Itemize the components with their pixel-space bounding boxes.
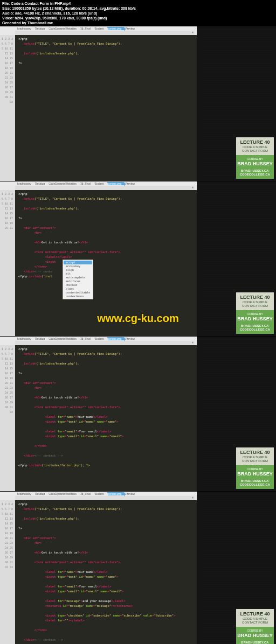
breadcrumb[interactable]: bradhussey Desktop CodeDynamicWebsites 2… [15, 492, 197, 496]
breadcrumb-item[interactable]: Desktop [34, 492, 47, 495]
breadcrumb-item[interactable]: CodeDynamicWebsites [47, 337, 79, 340]
close-icon[interactable]: × [191, 31, 194, 34]
breadcrumb-item[interactable]: 26_Final [79, 27, 93, 30]
breadcrumb-item[interactable]: bradhussey [16, 337, 34, 340]
code-area[interactable]: <?php define("TITLE", "Contact Us | Fran… [15, 345, 197, 491]
breadcrumb-item[interactable]: CodeDynamicWebsites [47, 182, 79, 185]
meta-audio: Audio: aac, 44100 Hz, 2 channels, s16, 1… [2, 11, 274, 16]
author-url: BRADHUSSEY.CA [237, 479, 273, 483]
lecture-number: LECTURE 40 [237, 139, 273, 145]
breadcrumb-item[interactable]: Preview [124, 182, 137, 185]
thumbnail-frame-1: bradhussey Desktop CodeDynamicWebsites 2… [0, 26, 276, 181]
breadcrumb[interactable]: bradhussey Desktop CodeDynamicWebsites 2… [15, 26, 197, 31]
course-badge: LECTURE 40 CODE A SIMPLE CONTACT FORM CO… [236, 447, 274, 489]
breadcrumb-item[interactable]: bradhussey [16, 182, 34, 185]
thumbnail-frame-3: bradhussey Desktop CodeDynamicWebsites 2… [0, 337, 276, 492]
breadcrumb-item[interactable]: Student [93, 337, 106, 340]
meta-size: Size: 190001359 bytes (10.12 MiB), durat… [2, 6, 274, 11]
code-editor[interactable]: 1 2 3 4 5 6 7 8 9 10 11 12 13 14 15 16 1… [0, 345, 197, 491]
lecture-subtitle: CODE A SIMPLE CONTACT FORM [237, 300, 273, 308]
breadcrumb-item[interactable]: CodeDynamicWebsites [47, 492, 79, 495]
code-area[interactable]: <?php define("TITLE", "Contact Us | Fran… [15, 500, 197, 644]
breadcrumb-item-active[interactable]: contact.php [107, 337, 125, 340]
author-url: BRADHUSSEY.CA [237, 641, 273, 644]
breadcrumb-item[interactable]: Desktop [34, 182, 47, 185]
breadcrumb-item[interactable]: Student [93, 27, 106, 30]
breadcrumb-item[interactable]: CodeDynamicWebsites [47, 27, 79, 30]
autocomplete-item[interactable]: contenteditable [64, 291, 92, 295]
author-name: BRAD HUSSEY [237, 161, 273, 167]
editor-topbar: bradhussey Desktop CodeDynamicWebsites 2… [0, 337, 197, 345]
autocomplete-item[interactable]: autocomplete [64, 276, 92, 279]
code-editor[interactable]: 1 2 3 4 5 6 7 8 9 10 11 12 13 14 15 16 1… [0, 500, 197, 644]
breadcrumb-item[interactable]: Desktop [34, 337, 47, 340]
breadcrumb-item[interactable]: Preview [124, 337, 137, 340]
lecture-number: LECTURE 40 [237, 450, 273, 456]
breadcrumb[interactable]: bradhussey Desktop CodeDynamicWebsites 2… [15, 181, 197, 186]
editor-tabs[interactable]: × [15, 186, 195, 190]
lecture-number: LECTURE 40 [237, 295, 273, 300]
author-name: BRAD HUSSEY [237, 316, 273, 323]
breadcrumb-item[interactable]: Student [93, 492, 106, 495]
author-url: CODECOLLEGE.CA [237, 173, 273, 177]
line-gutter: 1 2 3 4 5 6 7 8 9 10 11 12 13 14 15 16 1… [0, 35, 15, 181]
breadcrumb-item-active[interactable]: contact.php [107, 492, 125, 495]
watermark: www.cg-ku.com [97, 312, 179, 325]
meta-video: Video: h264, yuv420p, 960x368, 170 kb/s,… [2, 16, 274, 20]
line-gutter: 1 2 3 4 5 6 7 8 9 10 11 12 13 14 15 16 1… [0, 345, 15, 491]
breadcrumb-item-active[interactable]: contact.php [107, 27, 125, 30]
autocomplete-item[interactable]: accesskey [64, 264, 92, 268]
course-badge: LECTURE 40 CODE A SIMPLE CONTACT FORM CO… [236, 609, 274, 644]
video-metadata: File: Code a Contact Form in PHP.mp4 Siz… [0, 0, 276, 26]
close-icon[interactable]: × [191, 341, 194, 344]
course-badge: LECTURE 40 CODE A SIMPLE CONTACT FORM CO… [236, 292, 274, 334]
breadcrumb-item[interactable]: 26_Final [79, 182, 93, 185]
author-url: BRADHUSSEY.CA [237, 169, 273, 173]
autocomplete-item[interactable]: contextmenu [64, 295, 92, 298]
editor-tabs[interactable]: × [15, 496, 195, 500]
autocomplete-item[interactable]: checked [64, 283, 92, 287]
breadcrumb-item[interactable]: bradhussey [16, 492, 34, 495]
editor-topbar: bradhussey Desktop CodeDynamicWebsites 2… [0, 181, 197, 190]
breadcrumb-item[interactable]: 26_Final [79, 492, 93, 495]
lecture-subtitle: CODE A SIMPLE CONTACT FORM [237, 145, 273, 153]
lecture-subtitle: CODE A SIMPLE CONTACT FORM [237, 456, 273, 463]
author-name: BRAD HUSSEY [237, 471, 273, 478]
breadcrumb-item[interactable]: Student [93, 182, 106, 185]
editor-topbar: bradhussey Desktop CodeDynamicWebsites 2… [0, 26, 197, 35]
author-url: CODECOLLEGE.CA [237, 483, 273, 487]
line-gutter: 1 2 3 4 5 6 7 8 9 10 11 12 13 14 15 16 1… [0, 190, 15, 336]
author-url: BRADHUSSEY.CA [237, 324, 273, 328]
lecture-number: LECTURE 40 [237, 611, 273, 617]
autocomplete-item[interactable]: alt [64, 272, 92, 276]
breadcrumb[interactable]: bradhussey Desktop CodeDynamicWebsites 2… [15, 337, 197, 341]
author-url: CODECOLLEGE.CA [237, 328, 273, 332]
autocomplete-item[interactable]: accept [64, 261, 92, 264]
line-gutter: 1 2 3 4 5 6 7 8 9 10 11 12 13 14 15 16 1… [0, 500, 15, 644]
breadcrumb-item[interactable]: Preview [124, 27, 137, 30]
breadcrumb-item-active[interactable]: contact.php [107, 182, 125, 185]
lecture-subtitle: CODE A SIMPLE CONTACT FORM [237, 617, 273, 625]
course-badge: LECTURE 40 CODE A SIMPLE CONTACT FORM CO… [236, 137, 274, 179]
code-editor[interactable]: 1 2 3 4 5 6 7 8 9 10 11 12 13 14 15 16 1… [0, 35, 197, 181]
autocomplete-item[interactable]: autofocus [64, 279, 92, 283]
editor-tabs[interactable]: × [15, 341, 195, 345]
autocomplete-item[interactable]: align [64, 268, 92, 272]
code-area[interactable]: <?php define("TITLE", "Contact Us | Fran… [15, 35, 197, 181]
breadcrumb-item[interactable]: Desktop [34, 27, 47, 30]
thumbnail-frame-4: bradhussey Desktop CodeDynamicWebsites 2… [0, 492, 276, 644]
meta-generator: Generated by Thumbnail me [2, 20, 274, 25]
autocomplete-item[interactable]: class [64, 287, 92, 291]
meta-file: File: Code a Contact Form in PHP.mp4 [2, 1, 274, 6]
author-name: BRAD HUSSEY [237, 633, 273, 639]
breadcrumb-item[interactable]: 26_Final [79, 337, 93, 340]
close-icon[interactable]: × [191, 186, 194, 189]
breadcrumb-item[interactable]: bradhussey [16, 27, 34, 30]
close-icon[interactable]: × [191, 496, 194, 499]
editor-topbar: bradhussey Desktop CodeDynamicWebsites 2… [0, 492, 197, 500]
editor-tabs[interactable]: × [15, 31, 195, 35]
breadcrumb-item[interactable]: Preview [124, 492, 137, 495]
autocomplete-popup[interactable]: accept accesskey align alt autocomplete … [63, 260, 93, 299]
